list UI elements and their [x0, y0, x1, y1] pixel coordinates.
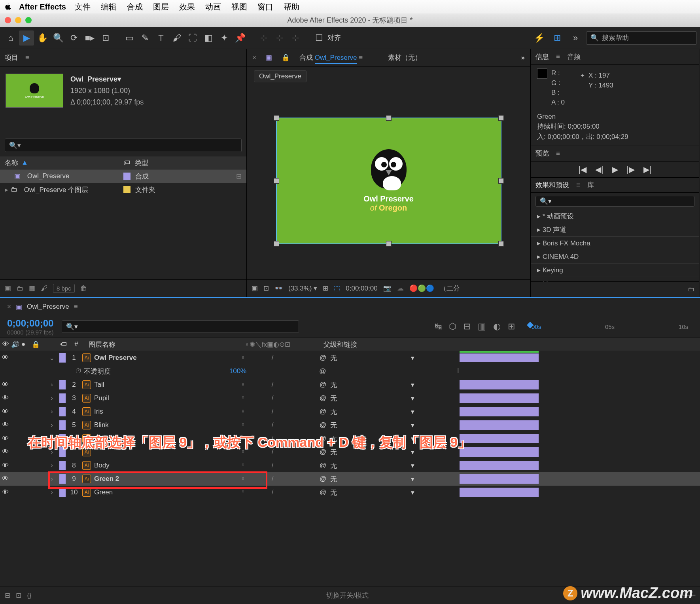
new-bin-icon[interactable]: 🗀 — [688, 285, 694, 293]
layer-name[interactable]: Owl Preserve — [94, 354, 240, 362]
play-icon[interactable]: ▶ — [612, 165, 618, 174]
toggle-alpha-icon[interactable]: ⊡ — [263, 284, 269, 293]
label-col-icon[interactable]: 🏷 — [60, 340, 70, 348]
layer-row[interactable]: 👁›5AiBlink♀/@无▾ — [0, 418, 700, 432]
lock-col-icon[interactable]: 🔒 — [32, 340, 42, 349]
tab-footage[interactable]: 素材（无） — [388, 53, 422, 62]
effect-category[interactable]: ▸ 3D 声道 — [531, 223, 699, 237]
selection-tool-icon[interactable]: ▶ — [19, 30, 34, 46]
expand-icon[interactable]: ⌄ — [47, 354, 57, 362]
shy-icon[interactable]: ⊟ — [464, 321, 471, 332]
orbit-tool-icon[interactable]: ⟳ — [66, 30, 81, 46]
timeline-comp-name[interactable]: Owl_Preserve — [27, 303, 69, 311]
name-col[interactable]: 名称 — [5, 158, 18, 167]
draft3d-icon[interactable]: ⬡ — [449, 321, 456, 332]
mask-icon[interactable]: 👓 — [274, 284, 283, 293]
3d-axis-icon[interactable]: ⊹ — [256, 30, 271, 46]
roto-tool-icon[interactable]: ✦ — [217, 30, 232, 46]
info-tab[interactable]: 信息 — [535, 52, 549, 61]
audio-col-icon[interactable]: 🔊 — [11, 340, 21, 349]
hand-tool-icon[interactable]: ✋ — [35, 30, 50, 46]
brush-icon[interactable]: 🖌 — [41, 285, 47, 293]
audio-tab[interactable]: 音频 — [567, 52, 581, 61]
menu-edit[interactable]: 编辑 — [101, 2, 117, 12]
time-indicator[interactable]: ◆ — [527, 319, 534, 330]
layer-row[interactable]: 👁›10AiGreen♀/@无▾ — [0, 486, 700, 499]
project-row-comp[interactable]: ▣ Owl_Preserve 合成 ⊟ — [0, 169, 246, 183]
comp-mini-flow-icon[interactable]: ↹ — [435, 321, 442, 332]
current-time[interactable]: 0;00;00;00 — [7, 318, 54, 329]
graph-icon[interactable]: ⊞ — [508, 321, 515, 332]
minimize-button[interactable] — [15, 17, 21, 23]
panbehind-tool-icon[interactable]: ⊡ — [98, 30, 113, 46]
type-col[interactable]: 类型 — [135, 158, 198, 167]
opacity-value[interactable]: 100% — [229, 367, 246, 375]
zoom-button[interactable] — [25, 17, 32, 23]
newfolder-icon[interactable]: 🗀 — [17, 285, 23, 293]
interpret-icon[interactable]: ▣ — [5, 284, 11, 293]
video-col-icon[interactable]: 👁 — [0, 340, 11, 348]
property-row[interactable]: ⏱ 不透明度 100% @ I — [0, 365, 700, 378]
layer-row[interactable]: 👁›3AiPupil♀/@无▾ — [0, 391, 700, 405]
color-tag[interactable] — [123, 173, 131, 180]
eraser-tool-icon[interactable]: ◧ — [201, 30, 216, 46]
effect-category[interactable]: ▸ CINEMA 4D — [531, 250, 699, 264]
menu-file[interactable]: 文件 — [75, 2, 91, 12]
parent-col[interactable]: 父级和链接 — [324, 340, 418, 349]
switch-mode-label[interactable]: 切换开关/模式 — [326, 591, 369, 600]
bpc-toggle[interactable]: 8 bpc — [53, 284, 75, 293]
trash-icon[interactable]: 🗑 — [80, 285, 87, 293]
home-icon[interactable]: ⌂ — [3, 30, 18, 46]
label-color[interactable] — [59, 353, 66, 363]
parent-dropdown[interactable]: 无 — [330, 353, 337, 363]
stopwatch-icon[interactable]: ⏱ — [75, 367, 82, 375]
menu-window[interactable]: 窗口 — [257, 2, 273, 12]
display-icon[interactable]: ▣ — [252, 284, 258, 293]
flow-icon[interactable]: ⊟ — [236, 172, 242, 180]
pickwhip-icon[interactable]: @ — [319, 367, 326, 375]
resolution-dropdown[interactable]: （二分 — [440, 284, 460, 293]
timeline-search-input[interactable]: 🔍▾ — [62, 320, 299, 333]
comp-thumbnail[interactable]: Owl Preserve — [6, 74, 63, 108]
breadcrumb[interactable]: Owl_Preserve — [254, 70, 306, 82]
menu-composition[interactable]: 合成 — [127, 2, 143, 12]
close-tab-icon[interactable]: × — [252, 54, 256, 62]
tab-comp-name[interactable]: Owl_Preserve — [315, 54, 357, 64]
panel-menu-icon[interactable]: ≡ — [556, 150, 560, 158]
effects-tab[interactable]: 效果和预设 — [535, 180, 569, 190]
toggle-modes-icon[interactable]: ⊡ — [16, 591, 21, 600]
expand-panel-icon[interactable]: » — [521, 54, 525, 62]
effects-search-input[interactable]: 🔍▾ — [535, 196, 694, 207]
comp-viewer[interactable]: Owl Preserveof Oregon — [247, 82, 530, 279]
close-button[interactable] — [5, 17, 11, 23]
prev-frame-icon[interactable]: ◀| — [595, 165, 603, 174]
zoom-dropdown[interactable]: (33.3%) ▾ — [288, 284, 317, 293]
first-frame-icon[interactable]: |◀ — [579, 165, 586, 174]
brackets-icon[interactable]: {} — [27, 592, 31, 600]
expand-icon[interactable]: ▸ — [537, 212, 543, 220]
preview-icon[interactable]: ☁ — [397, 284, 404, 293]
tag-icon[interactable]: 🏷 — [123, 159, 130, 167]
library-tab[interactable]: 库 — [587, 180, 594, 190]
chevron-icon[interactable]: » — [568, 30, 583, 46]
solo-col-icon[interactable]: ● — [21, 340, 32, 348]
layer-row[interactable]: 👁›2AiTail♀/@无▾ — [0, 378, 700, 391]
close-tab-icon[interactable]: × — [7, 303, 11, 311]
motionblur-icon[interactable]: ◐ — [493, 321, 501, 332]
menu-animation[interactable]: 动画 — [205, 2, 221, 12]
project-tab[interactable]: 项目 — [5, 53, 18, 62]
frameblend-icon[interactable]: ▥ — [478, 321, 486, 332]
rect-tool-icon[interactable]: ▭ — [122, 30, 137, 46]
panel-menu-icon[interactable]: ≡ — [359, 54, 363, 61]
menu-layer[interactable]: 图层 — [153, 2, 169, 12]
pen-tool-icon[interactable]: ✎ — [138, 30, 153, 46]
visibility-toggle[interactable]: 👁 — [0, 354, 10, 362]
menu-help[interactable]: 帮助 — [284, 2, 299, 12]
workspace-icon[interactable]: ⊞ — [550, 30, 565, 46]
panel-menu-icon[interactable]: ≡ — [25, 54, 29, 62]
effect-category[interactable]: ▸ Boris FX Mocha — [531, 237, 699, 250]
preview-tab[interactable]: 预览 — [535, 149, 549, 158]
project-search-input[interactable]: 🔍▾ — [5, 139, 242, 152]
color-mgmt-icon[interactable]: 🔴🟢🔵 — [409, 284, 434, 293]
newcomp-icon[interactable]: ▦ — [29, 284, 35, 293]
